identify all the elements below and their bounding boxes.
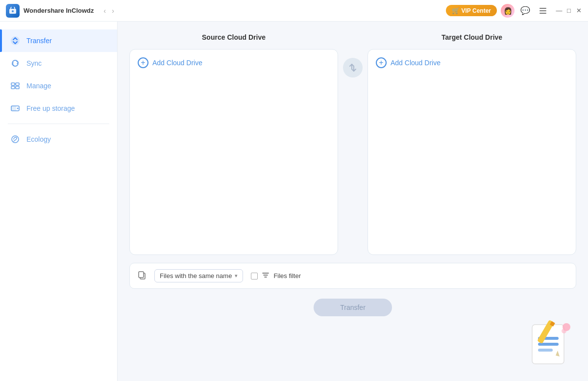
svg-rect-2: [539, 8, 546, 9]
filter-label: Files filter: [273, 272, 301, 279]
same-name-label: Files with the same name: [160, 272, 232, 279]
svg-marker-22: [556, 351, 560, 356]
titlebar: Wondershare InClowdz ‹ › 🛒 VIP Center 👩 …: [0, 0, 588, 22]
same-name-dropdown[interactable]: Files with the same name ▾: [154, 269, 243, 282]
svg-rect-4: [539, 13, 546, 14]
sidebar-sync-label: Sync: [26, 59, 42, 67]
maximize-button[interactable]: □: [565, 7, 572, 14]
svg-point-1: [12, 10, 14, 12]
sidebar-item-free-up-storage[interactable]: Free up storage: [0, 97, 117, 120]
svg-point-23: [563, 323, 570, 331]
panels-row: Source Cloud Drive + Add Cloud Drive: [129, 33, 576, 255]
source-section: Source Cloud Drive + Add Cloud Drive: [129, 33, 338, 255]
settings-icon[interactable]: [536, 4, 550, 18]
manage-icon: [10, 80, 21, 91]
transfer-btn-row: Transfer: [129, 297, 576, 318]
svg-point-12: [17, 108, 19, 109]
sidebar-divider: [8, 124, 109, 124]
ecology-icon: [10, 134, 21, 145]
svg-rect-7: [16, 83, 19, 85]
app-logo: [6, 4, 20, 18]
nav-forward[interactable]: ›: [110, 6, 116, 16]
target-add-cloud-button[interactable]: + Add Cloud Drive: [376, 57, 568, 68]
source-cloud-panel: + Add Cloud Drive: [129, 49, 338, 255]
storage-icon: [10, 103, 21, 114]
svg-rect-11: [11, 106, 16, 111]
source-label: Source Cloud Drive: [129, 33, 338, 45]
svg-rect-19: [538, 349, 553, 352]
cart-icon: 🛒: [452, 7, 460, 14]
app-title: Wondershare InClowdz: [24, 7, 94, 14]
svg-point-24: [562, 329, 566, 333]
vip-label: VIP Center: [462, 7, 491, 14]
sidebar-storage-label: Free up storage: [26, 104, 75, 112]
transfer-arrows-icon: [343, 58, 363, 77]
svg-rect-18: [538, 343, 559, 346]
decorative-illustration: [522, 317, 576, 371]
sidebar-transfer-label: Transfer: [26, 37, 52, 45]
sidebar-item-transfer[interactable]: Transfer: [0, 29, 117, 52]
transfer-middle: [338, 33, 368, 77]
transfer-button[interactable]: Transfer: [314, 299, 392, 316]
source-add-cloud-button[interactable]: + Add Cloud Drive: [138, 57, 330, 68]
titlebar-right: 🛒 VIP Center 👩 💬 — □ ✕: [446, 4, 582, 18]
nav-arrows: ‹ ›: [102, 6, 116, 16]
sidebar-item-manage[interactable]: Manage: [0, 75, 117, 97]
svg-rect-9: [16, 86, 19, 89]
svg-rect-17: [538, 337, 559, 340]
close-button[interactable]: ✕: [575, 7, 582, 14]
svg-rect-8: [11, 86, 15, 89]
svg-rect-15: [139, 272, 144, 278]
message-icon[interactable]: 💬: [518, 4, 532, 18]
vip-center-button[interactable]: 🛒 VIP Center: [446, 5, 497, 16]
sidebar-item-sync[interactable]: Sync: [0, 52, 117, 75]
target-add-label: Add Cloud Drive: [391, 59, 441, 67]
svg-rect-6: [11, 83, 15, 85]
options-bar: Files with the same name ▾ Files filter: [129, 263, 576, 289]
main-layout: Transfer Sync M: [0, 22, 588, 381]
sidebar: Transfer Sync M: [0, 22, 118, 381]
sidebar-ecology-label: Ecology: [26, 135, 51, 143]
chevron-down-icon: ▾: [235, 273, 238, 279]
nav-back[interactable]: ‹: [102, 6, 108, 16]
svg-rect-21: [550, 321, 555, 327]
filter-icon: [262, 271, 270, 280]
transfer-icon: [10, 35, 21, 46]
svg-rect-20: [537, 320, 554, 344]
target-cloud-panel: + Add Cloud Drive: [368, 49, 576, 255]
sync-icon: [10, 58, 21, 69]
window-controls: — □ ✕: [556, 7, 582, 14]
files-filter-section[interactable]: Files filter: [251, 271, 301, 280]
svg-point-13: [12, 136, 19, 143]
svg-rect-16: [532, 325, 564, 364]
sidebar-manage-label: Manage: [26, 82, 51, 90]
target-section: Target Cloud Drive + Add Cloud Drive: [368, 33, 576, 255]
target-add-icon: +: [376, 57, 387, 68]
minimize-button[interactable]: —: [556, 7, 563, 14]
sidebar-item-ecology[interactable]: Ecology: [0, 128, 117, 151]
content-area: Source Cloud Drive + Add Cloud Drive: [118, 22, 588, 381]
avatar[interactable]: 👩: [501, 4, 514, 18]
target-label: Target Cloud Drive: [368, 33, 576, 45]
source-add-icon: +: [138, 57, 148, 68]
svg-rect-3: [539, 10, 546, 11]
titlebar-left: Wondershare InClowdz ‹ ›: [6, 4, 116, 18]
filter-checkbox[interactable]: [251, 273, 258, 279]
source-add-label: Add Cloud Drive: [152, 59, 202, 67]
copy-icon[interactable]: [138, 271, 147, 281]
